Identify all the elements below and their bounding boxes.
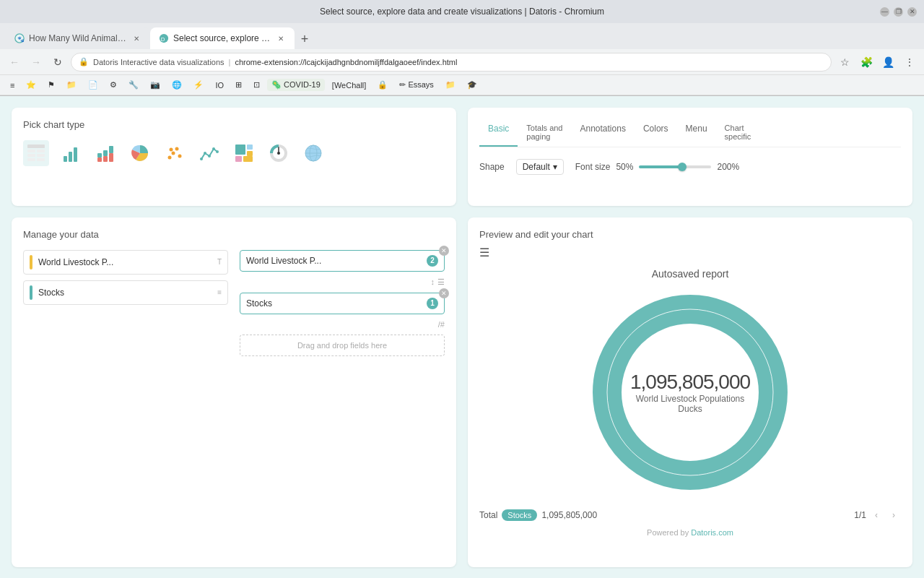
target-field-1-close[interactable]: ✕ bbox=[439, 246, 449, 256]
field-2-label: Stocks bbox=[38, 288, 217, 298]
tab2-close[interactable]: ✕ bbox=[275, 33, 286, 44]
chart-type-gauge[interactable] bbox=[266, 140, 292, 166]
forward-button[interactable]: → bbox=[27, 53, 45, 71]
profile-button[interactable]: 👤 bbox=[879, 53, 897, 71]
address-bar: ← → ↻ 🔒 Datoris Interactive data visuali… bbox=[0, 49, 924, 75]
page-prev-button[interactable]: ‹ bbox=[869, 508, 884, 522]
chart-type-scatter[interactable] bbox=[162, 140, 188, 166]
chart-type-stacked[interactable] bbox=[92, 140, 118, 166]
bookmark-10[interactable]: ⚡ bbox=[189, 79, 208, 91]
svg-rect-19 bbox=[109, 146, 113, 153]
tab1-label: How Many Wild Animals A... bbox=[29, 33, 126, 43]
bookmark-wechall[interactable]: [WeChall] bbox=[328, 79, 370, 91]
target-field-1[interactable]: World Livestock P... 2 bbox=[240, 250, 445, 272]
tune-tab-totals[interactable]: Totals andpaging bbox=[518, 119, 571, 147]
reload-button[interactable]: ↻ bbox=[49, 53, 66, 71]
shape-dropdown[interactable]: Default ▾ bbox=[516, 159, 564, 175]
field-2-number-icon[interactable]: /# bbox=[438, 320, 445, 329]
svg-rect-16 bbox=[103, 156, 108, 162]
bookmark-13[interactable]: 🎓 bbox=[463, 79, 481, 91]
svg-point-27 bbox=[204, 152, 206, 155]
window-controls: — ❐ ✕ bbox=[880, 7, 917, 17]
svg-rect-12 bbox=[69, 152, 72, 162]
bookmark-9[interactable]: 🌐 bbox=[167, 79, 186, 91]
page-next-button[interactable]: › bbox=[886, 508, 901, 522]
bookmark-5[interactable]: 📄 bbox=[84, 79, 103, 91]
field-indicator-2 bbox=[30, 285, 32, 300]
field-indicator-1 bbox=[30, 255, 32, 269]
svg-rect-10 bbox=[37, 158, 45, 161]
bookmark-4[interactable]: 📁 bbox=[62, 79, 81, 91]
svg-rect-13 bbox=[74, 147, 77, 162]
font-size-section: Font size 50% 200% bbox=[575, 162, 739, 172]
tune-tab-colors[interactable]: Colors bbox=[635, 119, 677, 147]
bookmark-6[interactable]: ⚙ bbox=[105, 79, 121, 91]
svg-rect-35 bbox=[243, 156, 253, 162]
svg-text:🐾: 🐾 bbox=[17, 35, 25, 43]
close-button[interactable]: ✕ bbox=[907, 7, 917, 17]
tune-tab-basic[interactable]: Basic bbox=[479, 119, 518, 147]
tab-1[interactable]: 🐾 How Many Wild Animals A... ✕ bbox=[6, 27, 150, 49]
minimize-button[interactable]: — bbox=[880, 7, 889, 17]
tune-tabs: Basic Totals andpaging Annotations Color… bbox=[479, 119, 901, 147]
drop-zone[interactable]: Drag and drop fields here bbox=[240, 335, 445, 356]
preview-title: Preview and edit your chart bbox=[479, 229, 901, 240]
field-1-filter-icon[interactable]: ☰ bbox=[437, 277, 445, 287]
datoris-link[interactable]: Datoris.com bbox=[691, 528, 733, 537]
url-bar[interactable]: 🔒 Datoris Interactive data visualization… bbox=[71, 53, 832, 72]
world-icon bbox=[303, 143, 323, 163]
manage-data-title: Manage your data bbox=[23, 229, 445, 240]
bookmark-12[interactable]: ⊡ bbox=[249, 79, 264, 91]
field-1-sort-icon[interactable]: ↕ bbox=[431, 277, 435, 287]
chart-type-table[interactable] bbox=[23, 140, 49, 166]
svg-rect-6 bbox=[37, 150, 45, 152]
target-field-2[interactable]: Stocks 1 bbox=[240, 293, 445, 314]
bookmark-folder[interactable]: 📁 bbox=[441, 79, 460, 91]
bookmark-io[interactable]: IO bbox=[211, 79, 228, 91]
chart-menu-icon[interactable]: ☰ bbox=[479, 246, 489, 259]
restore-button[interactable]: ❐ bbox=[894, 7, 903, 17]
svg-rect-15 bbox=[97, 153, 102, 158]
bookmark-apps[interactable]: ≡ bbox=[6, 79, 19, 91]
field-1-type-icon: T bbox=[217, 258, 222, 266]
svg-point-23 bbox=[175, 147, 179, 151]
chart-footer: Total Stocks 1,095,805,000 1/1 ‹ › bbox=[479, 508, 901, 522]
menu-button[interactable]: ⋮ bbox=[901, 53, 918, 71]
bookmark-11[interactable]: ⊞ bbox=[231, 79, 246, 91]
chart-type-line[interactable] bbox=[196, 140, 222, 166]
extensions-button[interactable]: 🧩 bbox=[858, 53, 875, 71]
bookmark-7[interactable]: 🔧 bbox=[124, 79, 143, 91]
field-2-type-icon: ≡ bbox=[217, 288, 222, 296]
tune-basic-row: Shape Default ▾ Font size 50% 200% bbox=[479, 159, 901, 175]
tune-tab-menu[interactable]: Menu bbox=[677, 119, 716, 147]
total-badge: Stocks bbox=[502, 509, 537, 521]
target-field-2-close[interactable]: ✕ bbox=[439, 288, 449, 298]
chart-type-bar[interactable] bbox=[58, 140, 84, 166]
tab-2[interactable]: D Select source, explore dat... ✕ bbox=[150, 27, 295, 49]
bookmark-8[interactable]: 📷 bbox=[146, 79, 165, 91]
tab1-close[interactable]: ✕ bbox=[131, 33, 141, 44]
total-section: Total Stocks 1,095,805,000 bbox=[479, 509, 597, 521]
bookmark-2[interactable]: ⭐ bbox=[22, 79, 40, 91]
chart-type-treemap[interactable] bbox=[231, 140, 257, 166]
tune-tab-chart-specific[interactable]: Chartspecific bbox=[716, 119, 760, 147]
bookmark-star[interactable]: ☆ bbox=[836, 53, 853, 71]
source-field-1[interactable]: World Livestock P... T bbox=[23, 250, 228, 275]
svg-point-21 bbox=[168, 156, 172, 160]
svg-rect-18 bbox=[109, 153, 113, 162]
pie-icon bbox=[130, 143, 150, 163]
source-field-2[interactable]: Stocks ≡ bbox=[23, 280, 228, 305]
tab-bar: 🐾 How Many Wild Animals A... ✕ D Select … bbox=[0, 23, 924, 49]
chart-type-world[interactable] bbox=[300, 140, 326, 166]
bookmark-3[interactable]: ⚑ bbox=[43, 79, 59, 91]
font-size-slider[interactable] bbox=[639, 165, 711, 168]
bookmark-lock[interactable]: 🔒 bbox=[373, 79, 392, 91]
svg-rect-33 bbox=[247, 151, 253, 156]
back-button[interactable]: ← bbox=[6, 53, 23, 71]
tune-tab-annotations[interactable]: Annotations bbox=[572, 119, 635, 147]
chart-header: ☰ bbox=[479, 246, 901, 259]
bookmark-covid[interactable]: 🦠 COVID-19 bbox=[267, 79, 325, 91]
new-tab-button[interactable]: + bbox=[295, 29, 315, 49]
bookmark-essays[interactable]: ✏ Essays bbox=[395, 79, 438, 91]
chart-type-pie[interactable] bbox=[127, 140, 153, 166]
